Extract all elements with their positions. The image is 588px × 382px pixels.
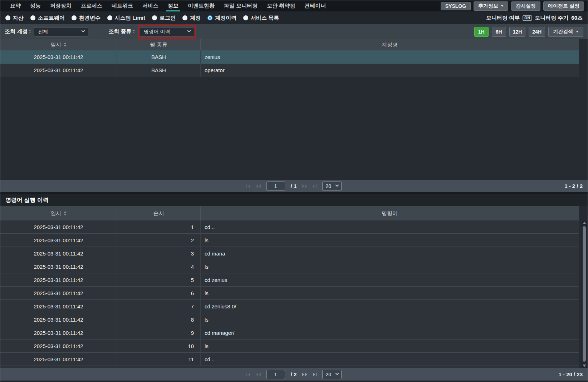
command-col-command: 명령어: [201, 206, 579, 220]
caret-down-icon: [501, 5, 504, 7]
radio-asset[interactable]: 자산: [5, 15, 24, 21]
command-table-body: 2025-03-31 00:11:42 1 cd .. 2025-03-31 0…: [0, 220, 588, 368]
tab-security-vuln[interactable]: 보안 취약점: [262, 0, 300, 11]
command-section-title: 명령어 실행 이력: [5, 197, 49, 204]
sort-icon: [64, 43, 67, 47]
radio-selected-icon: [207, 15, 212, 20]
scrollbar-up-icon[interactable]: [583, 222, 586, 224]
prev-page-icon[interactable]: [256, 184, 261, 188]
additional-info-button[interactable]: 추가정보: [474, 1, 508, 11]
command-row[interactable]: 2025-03-31 00:11:42 11 cd ..: [0, 353, 579, 366]
next-page-icon[interactable]: [302, 373, 307, 376]
page-number-input[interactable]: [266, 182, 285, 191]
session-cell-account: zenius: [201, 50, 579, 64]
command-row[interactable]: 2025-03-31 00:11:42 6 ls: [0, 287, 579, 300]
app-window: 요약 성능 저장장치 프로세스 네트워크 서비스 정보 이벤트현황 파일 모니터…: [0, 0, 588, 382]
sub-navigation: 자산 소프트웨어 환경변수 시스템 Limit 로그인 계정 계정이력 서비스 …: [0, 11, 588, 24]
chevron-down-icon: [335, 372, 339, 375]
first-page-icon[interactable]: [246, 184, 250, 188]
command-row[interactable]: 2025-03-31 00:11:42 4 ls: [0, 260, 579, 273]
command-col-seq: 순서: [117, 206, 201, 220]
tab-storage[interactable]: 저장장치: [45, 0, 76, 11]
info-category-radios: 자산 소프트웨어 환경변수 시스템 Limit 로그인 계정 계정이력 서비스 …: [5, 15, 279, 21]
command-col-datetime[interactable]: 일시: [0, 206, 117, 220]
tab-event-status[interactable]: 이벤트현황: [183, 0, 219, 11]
radio-account[interactable]: 계정: [182, 15, 201, 21]
syslog-button[interactable]: SYSLOG: [441, 2, 471, 10]
session-pagination-bar: / 1 20 1 - 2 / 2: [0, 180, 588, 192]
radio-software[interactable]: 소프트웨어: [30, 15, 65, 21]
tab-container[interactable]: 컨테이너: [300, 0, 330, 11]
command-pagination-bar: / 2 20 1 - 20 / 23: [0, 368, 588, 381]
radio-icon: [182, 15, 187, 20]
watch-settings-label: 감시설정: [516, 3, 536, 9]
tab-performance[interactable]: 성능: [25, 0, 45, 11]
main-tabs: 요약 성능 저장장치 프로세스 네트워크 서비스 정보 이벤트현황 파일 모니터…: [0, 0, 330, 11]
next-page-icon[interactable]: [302, 184, 307, 188]
topnav-actions: SYSLOG 추가정보 감시설정 에이전트 설정: [441, 0, 588, 11]
last-page-icon[interactable]: [313, 373, 317, 376]
session-col-shell: 쉘 종류: [117, 39, 201, 50]
period-search-button[interactable]: 기간검색: [548, 27, 583, 37]
top-navigation: 요약 성능 저장장치 프로세스 네트워크 서비스 정보 이벤트현황 파일 모니터…: [0, 0, 588, 11]
command-row[interactable]: 2025-03-31 00:11:42 9 cd manager/: [0, 326, 579, 339]
tab-service[interactable]: 서비스: [138, 0, 163, 11]
time-range-buttons: 1H 6H 12H 24H 기간검색: [474, 27, 583, 37]
command-pager: / 2 20: [0, 370, 588, 379]
command-row[interactable]: 2025-03-31 00:11:42 2 ls: [0, 234, 579, 247]
radio-env-vars[interactable]: 환경변수: [72, 15, 101, 21]
chevron-down-icon: [82, 29, 85, 33]
radio-icon: [152, 15, 157, 20]
caret-down-icon: [576, 31, 579, 33]
radio-icon: [30, 15, 35, 20]
page-number-input[interactable]: [266, 370, 285, 379]
command-section-bar: 명령어 실행 이력: [0, 194, 588, 206]
range-24h-button[interactable]: 24H: [529, 27, 545, 37]
agent-settings-button[interactable]: 에이전트 설정: [543, 1, 584, 11]
scrollbar-down-icon[interactable]: [583, 364, 586, 367]
syslog-button-label: SYSLOG: [445, 3, 466, 9]
account-select[interactable]: 전체: [34, 27, 88, 36]
page-size-select[interactable]: 20: [322, 370, 342, 379]
type-select[interactable]: 명령어 이력: [140, 27, 194, 36]
session-cell-shell: BASH: [117, 50, 201, 64]
command-row[interactable]: 2025-03-31 00:11:42 1 cd ..: [0, 220, 579, 234]
session-row[interactable]: 2025-03-31 00:11:42 BASH operator: [0, 64, 579, 78]
range-1h-button[interactable]: 1H: [474, 27, 489, 37]
radio-login[interactable]: 로그인: [152, 15, 176, 21]
radio-icon: [107, 15, 112, 20]
page-size-select[interactable]: 20: [322, 182, 342, 191]
command-row[interactable]: 2025-03-31 00:11:42 5 cd zenius: [0, 273, 579, 287]
sort-icon: [64, 211, 67, 215]
vertical-scrollbar[interactable]: [582, 220, 587, 368]
tab-process[interactable]: 프로세스: [76, 0, 107, 11]
range-12h-button[interactable]: 12H: [509, 27, 526, 37]
range-6h-button[interactable]: 6H: [492, 27, 506, 37]
session-row[interactable]: 2025-03-31 00:11:42 BASH zenius: [0, 50, 579, 64]
radio-account-history[interactable]: 계정이력: [207, 15, 236, 21]
radio-icon: [72, 15, 77, 20]
command-row[interactable]: 2025-03-31 00:11:42 7 cd zenius8.0/: [0, 300, 579, 313]
command-row[interactable]: 2025-03-31 00:11:42 3 cd mana: [0, 247, 579, 260]
tab-info[interactable]: 정보: [163, 0, 183, 11]
radio-service-list[interactable]: 서비스 목록: [243, 15, 279, 21]
tab-summary[interactable]: 요약: [5, 0, 25, 11]
command-row[interactable]: 2025-03-31 00:11:42 8 ls: [0, 313, 579, 326]
session-cell-account: operator: [201, 64, 579, 77]
watch-settings-button[interactable]: 감시설정: [511, 1, 540, 11]
first-page-icon[interactable]: [246, 373, 250, 376]
session-col-datetime[interactable]: 일시: [0, 39, 117, 50]
radio-system-limit[interactable]: 시스템 Limit: [107, 15, 145, 21]
command-row[interactable]: 2025-03-31 00:11:42 10 ls: [0, 339, 579, 353]
last-page-icon[interactable]: [313, 184, 317, 188]
prev-page-icon[interactable]: [256, 373, 261, 376]
monitoring-period-label: 모니터링 주기: [535, 15, 568, 21]
tab-network[interactable]: 네트워크: [107, 0, 138, 11]
session-range-text: 1 - 2 / 2: [564, 183, 588, 189]
session-table-header: 일시 쉘 종류 계정명: [0, 39, 579, 50]
scrollbar-thumb[interactable]: [583, 226, 586, 362]
tab-file-monitoring[interactable]: 파일 모니터링: [219, 0, 262, 11]
radio-icon: [243, 15, 248, 20]
chevron-down-icon: [187, 29, 191, 33]
chevron-down-icon: [335, 183, 339, 187]
